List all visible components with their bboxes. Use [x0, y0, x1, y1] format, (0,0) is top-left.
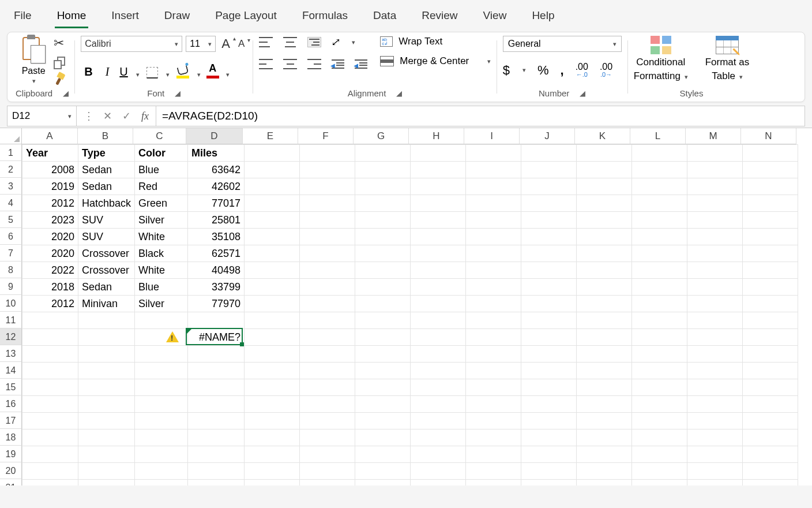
row-header-9[interactable]: 9 — [0, 278, 22, 295]
paste-button[interactable]: Paste ▾ — [18, 36, 49, 86]
cell[interactable] — [78, 312, 135, 329]
cell[interactable] — [743, 212, 798, 229]
cell[interactable]: 2018 — [22, 279, 78, 296]
format-painter-icon[interactable] — [51, 70, 69, 88]
chevron-down-icon[interactable]: ▾ — [487, 58, 491, 65]
cell[interactable] — [521, 346, 577, 363]
cell[interactable] — [577, 463, 632, 480]
row-header-16[interactable]: 16 — [0, 395, 22, 412]
column-header-B[interactable]: B — [78, 128, 133, 144]
dialog-launcher-icon[interactable]: ◢ — [396, 89, 402, 98]
cell[interactable] — [577, 245, 632, 262]
cell[interactable] — [411, 363, 466, 379]
cell[interactable] — [632, 245, 687, 262]
cell[interactable] — [188, 396, 245, 413]
cell[interactable] — [188, 480, 245, 486]
cell[interactable] — [521, 446, 577, 463]
cell[interactable] — [466, 312, 521, 329]
underline-button[interactable]: U — [118, 65, 129, 79]
cell[interactable] — [300, 463, 355, 480]
cell[interactable] — [300, 178, 355, 195]
cell[interactable]: 2023 — [22, 212, 78, 229]
cell[interactable] — [22, 429, 78, 446]
select-all-corner[interactable] — [0, 128, 22, 144]
cell[interactable] — [743, 413, 798, 429]
cell[interactable] — [300, 145, 355, 162]
cell[interactable] — [300, 229, 355, 245]
align-right-icon[interactable] — [307, 59, 321, 69]
cell[interactable] — [355, 245, 411, 262]
formula-input[interactable]: =AVRAGE(D2:D10) — [156, 110, 805, 122]
cell[interactable] — [466, 212, 521, 229]
cell[interactable] — [521, 279, 577, 296]
borders-icon[interactable] — [146, 67, 158, 79]
cell[interactable] — [355, 162, 411, 178]
cell[interactable] — [245, 212, 300, 229]
cell[interactable]: 77017 — [188, 195, 245, 212]
cell[interactable]: 2020 — [22, 229, 78, 245]
cell[interactable] — [577, 346, 632, 363]
cell[interactable] — [743, 162, 798, 178]
chevron-down-icon[interactable]: ▾ — [166, 71, 170, 79]
cell[interactable] — [245, 245, 300, 262]
cell[interactable] — [466, 463, 521, 480]
cell[interactable] — [355, 145, 411, 162]
cell[interactable] — [577, 429, 632, 446]
cell[interactable] — [300, 262, 355, 279]
align-left-icon[interactable] — [259, 59, 273, 69]
column-header-F[interactable]: F — [298, 128, 354, 144]
cell[interactable] — [466, 279, 521, 296]
cell[interactable] — [632, 396, 687, 413]
cell[interactable] — [300, 162, 355, 178]
cell[interactable] — [245, 346, 300, 363]
cell[interactable] — [245, 279, 300, 296]
cell[interactable] — [743, 178, 798, 195]
cell[interactable] — [22, 346, 78, 363]
cell[interactable] — [245, 312, 300, 329]
cell[interactable] — [245, 480, 300, 486]
spreadsheet-grid[interactable]: ABCDEFGHIJKLMN 1234567891011121314151617… — [0, 128, 812, 485]
cell[interactable]: White — [135, 262, 188, 279]
cell[interactable] — [466, 446, 521, 463]
cell[interactable]: White — [135, 229, 188, 245]
cell[interactable] — [245, 178, 300, 195]
cell[interactable] — [355, 279, 411, 296]
row-header-15[interactable]: 15 — [0, 379, 22, 395]
cell[interactable] — [355, 429, 411, 446]
cell[interactable] — [687, 446, 743, 463]
cell[interactable] — [355, 312, 411, 329]
cell[interactable]: Blue — [135, 162, 188, 178]
dialog-launcher-icon[interactable]: ◢ — [175, 89, 181, 98]
chevron-down-icon[interactable]: ▾ — [522, 66, 526, 74]
cell[interactable] — [135, 379, 188, 396]
cell[interactable] — [355, 195, 411, 212]
row-header-14[interactable]: 14 — [0, 362, 22, 379]
cell[interactable]: 77970 — [188, 296, 245, 312]
cell[interactable] — [687, 229, 743, 245]
cell[interactable] — [687, 212, 743, 229]
cell[interactable]: Silver — [135, 296, 188, 312]
cell[interactable] — [135, 446, 188, 463]
menu-draw[interactable]: Draw — [162, 6, 192, 28]
cell[interactable] — [632, 413, 687, 429]
cell[interactable] — [521, 463, 577, 480]
cell[interactable]: 2020 — [22, 245, 78, 262]
cell[interactable] — [188, 413, 245, 429]
cell[interactable] — [577, 413, 632, 429]
cell[interactable]: 33799 — [188, 279, 245, 296]
cell[interactable] — [300, 480, 355, 486]
cell[interactable]: Green — [135, 195, 188, 212]
dialog-launcher-icon[interactable]: ◢ — [63, 89, 69, 98]
cell[interactable] — [135, 413, 188, 429]
cell[interactable] — [577, 446, 632, 463]
cell[interactable] — [521, 363, 577, 379]
cell[interactable] — [135, 429, 188, 446]
cell[interactable] — [577, 212, 632, 229]
cell[interactable] — [355, 329, 411, 346]
cell[interactable] — [411, 296, 466, 312]
cell[interactable] — [466, 229, 521, 245]
cell[interactable] — [632, 212, 687, 229]
cell[interactable] — [632, 346, 687, 363]
menu-page-layout[interactable]: Page Layout — [213, 6, 279, 28]
cell[interactable]: Sedan — [78, 162, 135, 178]
